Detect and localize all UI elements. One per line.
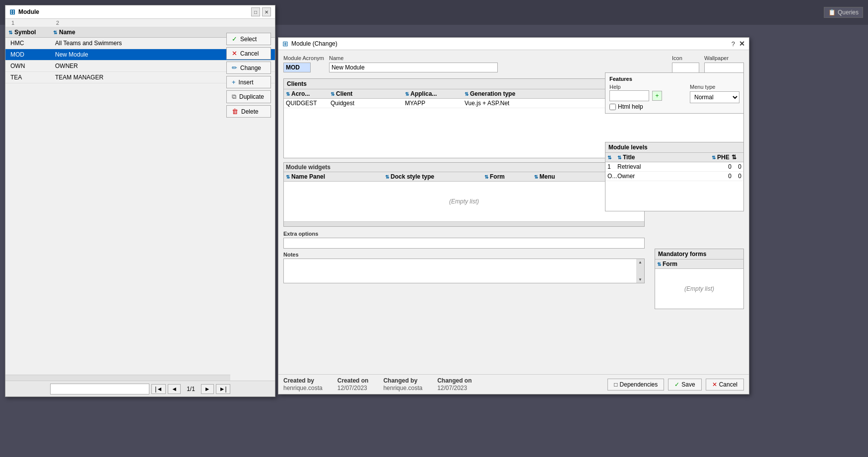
ml-cell-title-1: Retrieval	[617, 163, 712, 170]
name-input[interactable]	[329, 63, 498, 72]
features-title: Features	[609, 76, 739, 82]
cancel-button[interactable]: ✕ Cancel	[226, 47, 271, 60]
dependencies-button[interactable]: □ Dependencies	[607, 379, 664, 391]
last-page-btn[interactable]: ►|	[216, 384, 230, 394]
client-cell-acro: QUIDGEST	[286, 100, 331, 107]
ml-col-header-num: ⇅	[607, 154, 617, 161]
created-on-item: Created on 12/07/2023	[337, 377, 369, 392]
ml-cell-num-1: 1	[607, 163, 617, 170]
html-help-checkbox[interactable]	[609, 104, 616, 110]
help-input[interactable]	[609, 90, 649, 101]
scroll-up-arrow[interactable]: ▲	[638, 259, 642, 265]
col-header-symbol-label: Symbol	[14, 29, 36, 36]
duplicate-button[interactable]: ⧉ Duplicate	[226, 90, 271, 103]
add-help-btn[interactable]: +	[652, 91, 662, 101]
first-page-btn[interactable]: |◄	[151, 384, 166, 394]
col-header-client: ⇅ Client	[331, 90, 405, 97]
mf-sort-icon-form: ⇅	[657, 261, 661, 267]
module-change-title-left: ⊞ Module (Change)	[282, 40, 337, 48]
client-cell-app: MYAPP	[405, 100, 465, 107]
ml-row[interactable]: 1 Retrieval 0 0	[605, 162, 743, 172]
module-list-maximize-btn[interactable]: □	[251, 7, 260, 16]
row-symbol-hmc: HMC	[8, 39, 53, 47]
change-button[interactable]: ✏ Change	[226, 62, 271, 74]
col-num-2: 2	[53, 20, 98, 26]
module-top-row: Module Acronym Name Icon Wallpaper	[283, 55, 744, 74]
change-label: Change	[240, 65, 261, 71]
cancel-label: Cancel	[240, 50, 259, 57]
extra-options-input[interactable]	[283, 238, 645, 249]
module-list-title-controls: □ ✕	[251, 7, 271, 16]
insert-button[interactable]: + Insert	[226, 76, 271, 88]
module-list-titlebar: ⊞ Module □ ✕	[5, 5, 275, 19]
footer-cancel-label: Cancel	[719, 381, 737, 388]
scroll-down-arrow[interactable]: ▼	[638, 276, 642, 283]
duplicate-icon: ⧉	[232, 93, 236, 101]
changed-on-value: 12/07/2023	[437, 385, 471, 392]
queries-button[interactable]: 📋 Queries	[824, 7, 863, 18]
help-row: +	[609, 90, 685, 101]
insert-label: Insert	[239, 79, 254, 86]
acronym-input[interactable]	[283, 63, 311, 72]
next-page-btn[interactable]: ►	[201, 384, 214, 394]
name-group: Name	[329, 55, 667, 74]
help-button[interactable]: ?	[732, 40, 735, 48]
delete-button[interactable]: 🗑 Delete	[226, 105, 271, 118]
acronym-group: Module Acronym	[283, 55, 324, 74]
module-levels-header: Module levels	[605, 142, 743, 153]
action-buttons-panel: ✓ Select ✕ Cancel ✏ Change + Insert ⧉ Du…	[226, 33, 271, 118]
sort-icon-name: ⇅	[53, 30, 57, 35]
module-change-content: Module Acronym Name Icon Wallpaper Feat	[278, 50, 749, 288]
module-widgets-scrollbar[interactable]	[284, 221, 644, 226]
ml-col-phe-label: PHE	[717, 154, 730, 161]
widgets-sort-icon-dock: ⇅	[385, 174, 389, 180]
select-label: Select	[240, 36, 257, 43]
footer-cancel-button[interactable]: ✕ Cancel	[706, 379, 744, 391]
module-widgets-empty: (Empty list)	[284, 182, 644, 221]
created-by-label: Created by	[283, 377, 323, 384]
notes-scrollbar[interactable]: ▲ ▼	[636, 259, 644, 283]
changed-on-label: Changed on	[437, 377, 471, 384]
features-panel: Features Help + Html help Menu type	[605, 72, 744, 114]
sort-icon-symbol: ⇅	[8, 30, 12, 35]
module-levels-table-header: ⇅ ⇅ Title ⇅ PHE ⇅	[605, 153, 743, 162]
mandatory-forms-table-header: ⇅ Form	[655, 260, 743, 269]
changed-on-item: Changed on 12/07/2023	[437, 377, 471, 392]
queries-label: Queries	[838, 9, 859, 16]
module-widgets-box: Module widgets ⇅ Name Panel ⇅ Dock style…	[283, 162, 645, 227]
module-widgets-title: Module widgets	[286, 164, 331, 171]
insert-icon: +	[232, 78, 236, 86]
module-list-title-left: ⊞ Module	[9, 8, 39, 16]
menu-type-select[interactable]: Normal Advanced Simple	[690, 91, 739, 103]
pagination-bar: |◄ ◄ 1/1 ► ►|	[5, 381, 275, 396]
module-list-close-btn[interactable]: ✕	[262, 7, 271, 16]
save-button[interactable]: ✓ Save	[668, 379, 701, 391]
created-on-label: Created on	[337, 377, 369, 384]
col-header-dock: ⇅ Dock style type	[385, 173, 484, 180]
module-list-scrollbar[interactable]	[5, 375, 230, 381]
extra-notes-section: Extra options Notes ▲ ▼	[283, 231, 645, 283]
widgets-col-menu-label: Menu	[539, 173, 555, 180]
queries-icon: 📋	[828, 9, 836, 16]
module-list-dialog: ⊞ Module □ ✕ 1 2 ⇅ Symbol ⇅ Name HMC All…	[5, 5, 275, 397]
mandatory-forms-header: Mandatory forms	[655, 249, 743, 260]
module-change-close-btn[interactable]: ✕	[739, 40, 745, 48]
features-row: Help + Html help Menu type Normal Advanc…	[609, 84, 739, 110]
module-change-title-icon: ⊞	[282, 40, 288, 48]
changed-by-item: Changed by henrique.costa	[383, 377, 422, 392]
ml-col-title-label: Title	[623, 154, 635, 161]
prev-page-btn[interactable]: ◄	[168, 384, 181, 394]
ml-col-extra-label: ⇅	[732, 154, 736, 161]
notes-textarea[interactable]	[284, 259, 636, 283]
row-symbol-own: OWN	[8, 62, 53, 70]
row-symbol-tea: TEA	[8, 73, 53, 81]
acronym-label: Module Acronym	[283, 55, 324, 61]
ml-sort-icon-phe: ⇅	[712, 155, 716, 160]
html-help-row: Html help	[609, 103, 685, 110]
select-button[interactable]: ✓ Select	[226, 33, 271, 45]
col-gen-label: Generation type	[470, 90, 515, 97]
module-change-title-text: Module (Change)	[291, 40, 337, 47]
search-input[interactable]	[50, 384, 149, 394]
delete-icon: 🗑	[232, 108, 238, 115]
ml-row[interactable]: O... Owner 0 0	[605, 172, 743, 181]
